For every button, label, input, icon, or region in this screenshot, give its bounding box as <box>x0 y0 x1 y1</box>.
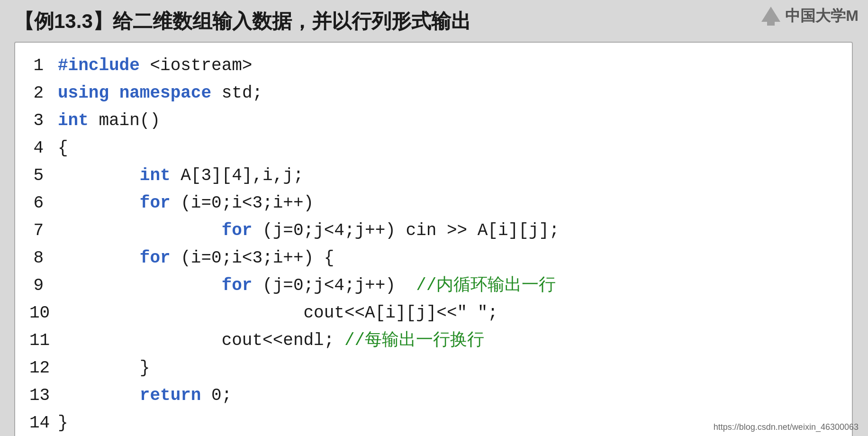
plain-token <box>58 386 140 405</box>
plain-token: main() <box>89 111 160 130</box>
plain-token <box>58 166 140 185</box>
plain-token <box>58 193 140 213</box>
plain-token <box>58 276 222 295</box>
line-number: 13 <box>29 382 58 409</box>
line-number: 8 <box>29 245 58 272</box>
plain-token: (j=0;j<4;j++) cin >> A[i][j]; <box>252 221 559 240</box>
page-title: 【例13.3】给二维数组输入数据，并以行列形式输出 <box>14 9 471 33</box>
line-content: for (j=0;j<4;j++) cin >> A[i][j]; <box>58 217 560 245</box>
svg-rect-1 <box>767 22 775 26</box>
keyword-token: int <box>58 111 89 130</box>
line-content: cout<<A[i][j]<<" "; <box>58 300 498 327</box>
line-number: 10 <box>29 300 58 327</box>
line-content: cout<<endl; //每输出一行换行 <box>58 327 484 354</box>
url-bar: https://blog.csdn.net/weixin_46300063 <box>714 422 859 432</box>
code-line: 2using namespace std; <box>29 80 838 107</box>
line-number: 9 <box>29 272 58 300</box>
code-box: 1#include <iostream>2using namespace std… <box>14 42 853 436</box>
keyword-token: for <box>140 248 171 268</box>
code-line: 3int main() <box>29 107 838 135</box>
code-line: 9 for (j=0;j<4;j++) //内循环输出一行 <box>29 272 838 300</box>
code-line: 11 cout<<endl; //每输出一行换行 <box>29 327 838 354</box>
code-line: 6 for (i=0;i<3;i++) <box>29 190 838 217</box>
line-number: 6 <box>29 190 58 217</box>
line-number: 2 <box>29 80 58 107</box>
line-number: 14 <box>29 409 58 436</box>
line-content: } <box>58 409 68 436</box>
code-line: 1#include <iostream> <box>29 52 838 80</box>
code-line: 10 cout<<A[i][j]<<" "; <box>29 300 838 327</box>
line-content: return 0; <box>58 382 232 409</box>
keyword-token: #include <box>58 56 140 75</box>
plain-token: } <box>58 358 150 378</box>
keyword-token: for <box>140 193 171 213</box>
line-content: int main() <box>58 107 160 135</box>
line-number: 3 <box>29 107 58 135</box>
line-number: 12 <box>29 354 58 382</box>
plain-token: A[3][4],i,j; <box>171 166 304 185</box>
plain-token <box>109 83 119 103</box>
keyword-token: return <box>140 386 201 405</box>
keyword-token: for <box>222 221 253 240</box>
code-line: 7 for (j=0;j<4;j++) cin >> A[i][j]; <box>29 217 838 245</box>
line-number: 7 <box>29 217 58 245</box>
plain-token: 0; <box>201 386 232 405</box>
line-number: 1 <box>29 52 58 80</box>
code-line: 12 } <box>29 354 838 382</box>
line-number: 4 <box>29 135 58 162</box>
line-content: for (i=0;i<3;i++) <box>58 190 314 217</box>
plain-token: std; <box>211 83 262 103</box>
plain-token: (i=0;i<3;i++) <box>171 193 314 213</box>
plain-token: } <box>58 413 68 433</box>
plain-token: (j=0;j<4;j++) <box>252 276 416 295</box>
plain-token: (i=0;i<3;i++) { <box>171 248 335 268</box>
plain-token: cout<<A[i][j]<<" "; <box>58 303 498 323</box>
title-body: 给二维数组输入数据，并以行列形式输出 <box>113 10 471 32</box>
code-line: 4{ <box>29 135 838 162</box>
comment-token: //每输出一行换行 <box>344 331 484 350</box>
plain-token <box>58 221 222 240</box>
title-bar: 【例13.3】给二维数组输入数据，并以行列形式输出 <box>14 9 854 33</box>
line-number: 11 <box>29 327 58 354</box>
title-prefix: 【例13.3】 <box>14 10 113 32</box>
comment-token: //内循环输出一行 <box>416 276 556 295</box>
keyword-token: namespace <box>119 83 211 103</box>
line-number: 5 <box>29 162 58 190</box>
keyword-token: for <box>222 276 253 295</box>
school-logo-icon <box>760 5 782 27</box>
watermark-text: 中国大学M <box>785 6 859 27</box>
plain-token <box>58 248 140 268</box>
code-line: 5 int A[3][4],i,j; <box>29 162 838 190</box>
plain-token: cout<<endl; <box>58 331 344 350</box>
code-lines-container: 1#include <iostream>2using namespace std… <box>29 52 838 436</box>
line-content: #include <iostream> <box>58 52 252 80</box>
plain-token: { <box>58 138 68 158</box>
plain-token: <iostream> <box>140 56 253 75</box>
line-content: } <box>58 354 150 382</box>
line-content: { <box>58 135 68 162</box>
line-content: for (i=0;i<3;i++) { <box>58 245 334 272</box>
keyword-token: int <box>140 166 171 185</box>
line-content: for (j=0;j<4;j++) //内循环输出一行 <box>58 272 556 300</box>
code-line: 8 for (i=0;i<3;i++) { <box>29 245 838 272</box>
svg-marker-0 <box>761 7 780 22</box>
code-line: 13 return 0; <box>29 382 838 409</box>
line-content: using namespace std; <box>58 80 262 107</box>
keyword-token: using <box>58 83 109 103</box>
page-container: 中国大学M 【例13.3】给二维数组输入数据，并以行列形式输出 1#includ… <box>0 0 868 436</box>
line-content: int A[3][4],i,j; <box>58 162 304 190</box>
watermark-area: 中国大学M <box>760 5 859 27</box>
